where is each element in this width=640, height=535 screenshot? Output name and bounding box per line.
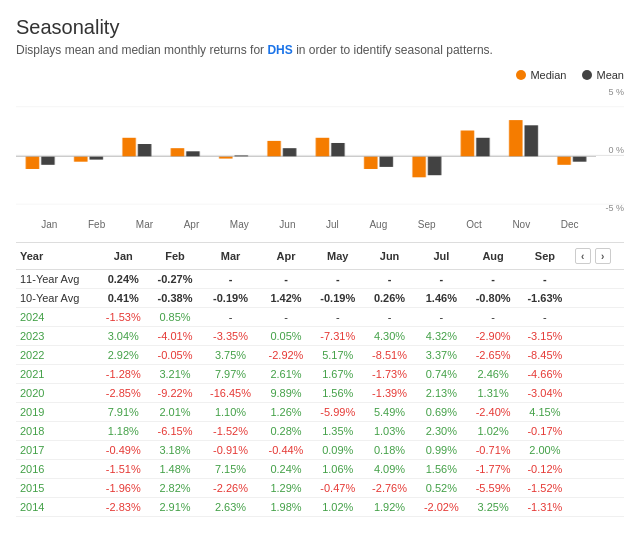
cell-jan: 7.91% bbox=[97, 403, 149, 422]
cell-nav bbox=[571, 365, 624, 384]
cell-jul: - bbox=[415, 270, 467, 289]
cell-may: 5.17% bbox=[312, 346, 364, 365]
col-jun: Jun bbox=[364, 243, 416, 270]
cell-jun: -2.76% bbox=[364, 479, 416, 498]
cell-year: 2017 bbox=[16, 441, 97, 460]
cell-year: 2021 bbox=[16, 365, 97, 384]
cell-nav bbox=[571, 289, 624, 308]
col-may: May bbox=[312, 243, 364, 270]
cell-mar: -3.35% bbox=[201, 327, 260, 346]
col-feb: Feb bbox=[149, 243, 201, 270]
cell-jan: 3.04% bbox=[97, 327, 149, 346]
table-row: 2021-1.28%3.21%7.97%2.61%1.67%-1.73%0.74… bbox=[16, 365, 624, 384]
col-mar: Mar bbox=[201, 243, 260, 270]
cell-sep: - bbox=[519, 270, 571, 289]
cell-nav bbox=[571, 422, 624, 441]
cell-feb: 2.01% bbox=[149, 403, 201, 422]
cell-aug: -2.40% bbox=[467, 403, 519, 422]
x-label-aug: Aug bbox=[369, 219, 387, 230]
y-mid: 0 % bbox=[596, 145, 624, 155]
cell-jan: 0.41% bbox=[97, 289, 149, 308]
cell-jun: -8.51% bbox=[364, 346, 416, 365]
table-row: 2017-0.49%3.18%-0.91%-0.44%0.09%0.18%0.9… bbox=[16, 441, 624, 460]
cell-jun: -1.39% bbox=[364, 384, 416, 403]
cell-aug: 1.02% bbox=[467, 422, 519, 441]
subtitle-post: in order to identify seasonal patterns. bbox=[293, 43, 493, 57]
cell-nav bbox=[571, 384, 624, 403]
cell-feb: 2.82% bbox=[149, 479, 201, 498]
cell-sep: -0.12% bbox=[519, 460, 571, 479]
cell-year: 2020 bbox=[16, 384, 97, 403]
median-dot bbox=[516, 70, 526, 80]
table-row: 20181.18%-6.15%-1.52%0.28%1.35%1.03%2.30… bbox=[16, 422, 624, 441]
cell-aug: -2.65% bbox=[467, 346, 519, 365]
legend-mean: Mean bbox=[582, 69, 624, 81]
cell-feb: 2.91% bbox=[149, 498, 201, 517]
cell-jun: - bbox=[364, 270, 416, 289]
cell-sep: 4.15% bbox=[519, 403, 571, 422]
table-body: 11-Year Avg0.24%-0.27%-------10-Year Avg… bbox=[16, 270, 624, 517]
cell-nav bbox=[571, 403, 624, 422]
x-label-oct: Oct bbox=[466, 219, 482, 230]
y-top: 5 % bbox=[596, 87, 624, 97]
col-nav: ‹ › bbox=[571, 243, 624, 270]
legend-median: Median bbox=[516, 69, 566, 81]
cell-jul: 4.32% bbox=[415, 327, 467, 346]
mean-dot bbox=[582, 70, 592, 80]
x-label-apr: Apr bbox=[184, 219, 200, 230]
cell-jan: 2.92% bbox=[97, 346, 149, 365]
x-label-jun: Jun bbox=[279, 219, 295, 230]
cell-jan: -1.96% bbox=[97, 479, 149, 498]
cell-nav bbox=[571, 270, 624, 289]
subtitle: Displays mean and median monthly returns… bbox=[16, 43, 624, 57]
cell-jan: -2.85% bbox=[97, 384, 149, 403]
cell-mar: -0.19% bbox=[201, 289, 260, 308]
cell-apr: 0.24% bbox=[260, 460, 312, 479]
cell-nav bbox=[571, 479, 624, 498]
cell-aug: 2.46% bbox=[467, 365, 519, 384]
cell-jul: 2.13% bbox=[415, 384, 467, 403]
y-bot: -5 % bbox=[596, 203, 624, 213]
cell-nav bbox=[571, 346, 624, 365]
cell-aug: -2.90% bbox=[467, 327, 519, 346]
table-row: 2020-2.85%-9.22%-16.45%9.89%1.56%-1.39%2… bbox=[16, 384, 624, 403]
median-label: Median bbox=[530, 69, 566, 81]
col-aug: Aug bbox=[467, 243, 519, 270]
cell-mar: -1.52% bbox=[201, 422, 260, 441]
cell-may: 1.56% bbox=[312, 384, 364, 403]
cell-apr: 2.61% bbox=[260, 365, 312, 384]
cell-apr: - bbox=[260, 308, 312, 327]
prev-arrow[interactable]: ‹ bbox=[575, 248, 591, 264]
cell-nav bbox=[571, 327, 624, 346]
col-jan: Jan bbox=[97, 243, 149, 270]
seasonality-chart: 5 % 0 % -5 % bbox=[16, 85, 624, 215]
cell-jun: 0.26% bbox=[364, 289, 416, 308]
cell-sep: -8.45% bbox=[519, 346, 571, 365]
cell-apr: -0.44% bbox=[260, 441, 312, 460]
x-label-jul: Jul bbox=[326, 219, 339, 230]
cell-year: 2018 bbox=[16, 422, 97, 441]
table-header: Year Jan Feb Mar Apr May Jun Jul Aug Sep… bbox=[16, 243, 624, 270]
cell-year: 10-Year Avg bbox=[16, 289, 97, 308]
cell-sep: -3.15% bbox=[519, 327, 571, 346]
x-label-jan: Jan bbox=[41, 219, 57, 230]
cell-nav bbox=[571, 308, 624, 327]
cell-year: 2022 bbox=[16, 346, 97, 365]
cell-mar: -0.91% bbox=[201, 441, 260, 460]
cell-mar: -16.45% bbox=[201, 384, 260, 403]
next-arrow[interactable]: › bbox=[595, 248, 611, 264]
cell-apr: 0.28% bbox=[260, 422, 312, 441]
cell-year: 2023 bbox=[16, 327, 97, 346]
cell-sep: -3.04% bbox=[519, 384, 571, 403]
x-label-nov: Nov bbox=[512, 219, 530, 230]
cell-feb: 3.18% bbox=[149, 441, 201, 460]
cell-jun: -1.73% bbox=[364, 365, 416, 384]
cell-jul: - bbox=[415, 308, 467, 327]
cell-may: - bbox=[312, 308, 364, 327]
cell-may: - bbox=[312, 270, 364, 289]
cell-jan: -1.53% bbox=[97, 308, 149, 327]
data-table: Year Jan Feb Mar Apr May Jun Jul Aug Sep… bbox=[16, 242, 624, 517]
table-row: 20233.04%-4.01%-3.35%0.05%-7.31%4.30%4.3… bbox=[16, 327, 624, 346]
cell-jun: 1.03% bbox=[364, 422, 416, 441]
cell-jun: 4.30% bbox=[364, 327, 416, 346]
